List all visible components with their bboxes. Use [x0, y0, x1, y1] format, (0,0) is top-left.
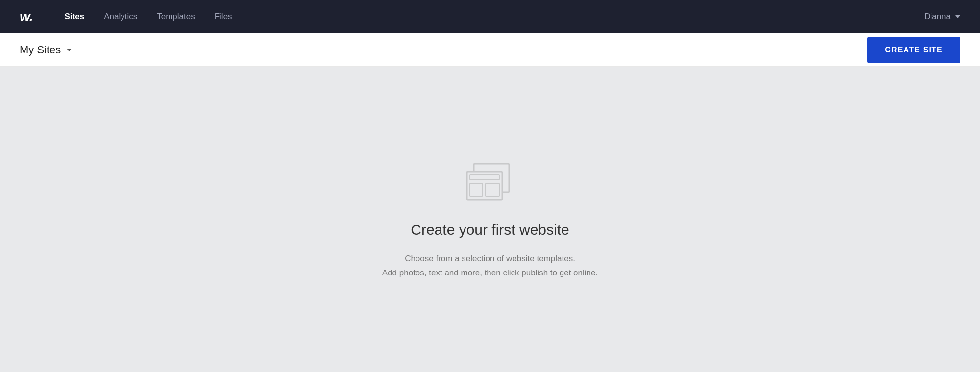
website-icon: [463, 159, 517, 208]
user-menu[interactable]: Dianna: [924, 12, 960, 22]
chevron-down-icon: [67, 49, 72, 51]
chevron-down-icon: [956, 15, 960, 18]
page-title: My Sites: [20, 44, 61, 56]
nav-divider: [45, 10, 45, 24]
create-site-button[interactable]: CREATE SITE: [867, 37, 960, 63]
nav-item-files[interactable]: Files: [207, 8, 240, 25]
navbar: w. Sites Analytics Templates Files Diann…: [0, 0, 980, 33]
main-content: Create your first website Choose from a …: [0, 67, 980, 372]
nav-item-analytics[interactable]: Analytics: [96, 8, 145, 25]
subheader: My Sites CREATE SITE: [0, 33, 980, 67]
empty-title: Create your first website: [411, 222, 569, 238]
user-name: Dianna: [924, 12, 951, 22]
my-sites-title[interactable]: My Sites: [20, 44, 72, 56]
nav-links: Sites Analytics Templates Files: [57, 8, 925, 25]
nav-item-templates[interactable]: Templates: [149, 8, 202, 25]
empty-description: Choose from a selection of website templ…: [382, 252, 598, 280]
logo: w.: [20, 9, 33, 25]
nav-item-sites[interactable]: Sites: [57, 8, 93, 25]
empty-state: Create your first website Choose from a …: [382, 159, 598, 280]
